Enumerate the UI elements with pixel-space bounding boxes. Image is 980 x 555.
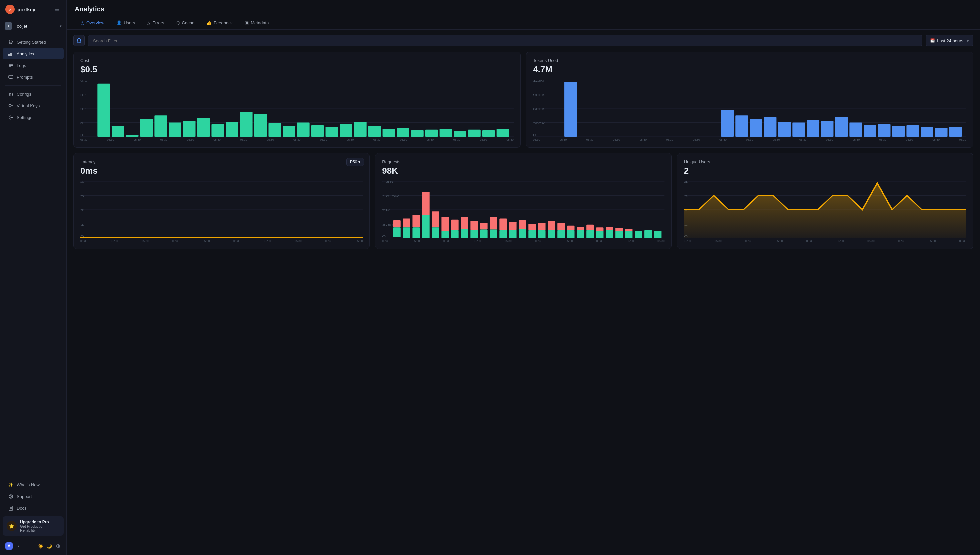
metadata-icon: ▣ bbox=[245, 20, 249, 25]
dark-theme-button[interactable]: 🌙 bbox=[46, 542, 53, 550]
charts-row-2: P50 ▾ Latency 0ms 4 3 2 1 bbox=[74, 153, 973, 249]
svg-text:0: 0 bbox=[80, 121, 83, 125]
svg-rect-49 bbox=[283, 126, 295, 137]
sidebar-toggle-button[interactable] bbox=[53, 5, 61, 13]
tokens-chart-card: Tokens Used 4.7M 1.2M 900K 600K 300K 0 bbox=[526, 52, 973, 148]
tab-errors[interactable]: △ Errors bbox=[141, 17, 170, 29]
latency-value: 0ms bbox=[80, 166, 363, 176]
sidebar-item-label: What's New bbox=[17, 482, 40, 487]
svg-rect-56 bbox=[383, 129, 395, 137]
charts-row-1: Cost $0.5 0.1 0.1 0.1 0 bbox=[74, 52, 973, 148]
svg-rect-54 bbox=[354, 122, 367, 137]
svg-marker-176 bbox=[684, 183, 966, 238]
refresh-button[interactable] bbox=[74, 35, 85, 47]
main-content: Analytics ◎ Overview 👤 Users △ Errors ⬡ … bbox=[67, 0, 980, 555]
svg-rect-114 bbox=[393, 228, 401, 237]
list-icon bbox=[8, 63, 13, 68]
sidebar-item-logs[interactable]: Logs bbox=[3, 60, 64, 71]
tab-overview[interactable]: ◎ Overview bbox=[75, 17, 110, 29]
requests-label: Requests bbox=[382, 159, 664, 164]
svg-rect-42 bbox=[183, 121, 196, 137]
svg-text:p: p bbox=[9, 8, 11, 11]
svg-rect-161 bbox=[625, 229, 632, 231]
svg-text:4: 4 bbox=[684, 181, 687, 184]
sidebar-item-getting-started[interactable]: Getting Started bbox=[3, 36, 64, 48]
sidebar-logo: p portkey bbox=[0, 0, 66, 19]
upgrade-title: Upgrade to Pro bbox=[20, 520, 60, 525]
svg-text:2: 2 bbox=[80, 209, 84, 212]
svg-rect-61 bbox=[454, 131, 466, 137]
sidebar-item-analytics[interactable]: Analytics bbox=[3, 48, 64, 59]
svg-rect-11 bbox=[9, 75, 13, 79]
svg-rect-52 bbox=[326, 127, 338, 137]
svg-rect-38 bbox=[126, 135, 139, 137]
chevron-down-icon: ▾ bbox=[60, 24, 62, 28]
workspace-selector[interactable]: T Tooljet ▾ bbox=[0, 19, 66, 34]
search-input[interactable] bbox=[88, 35, 922, 47]
svg-text:4: 4 bbox=[80, 181, 84, 184]
svg-rect-46 bbox=[240, 112, 253, 137]
svg-rect-124 bbox=[442, 231, 449, 238]
tokens-bar-chart: 1.2M 900K 600K 300K 0 bbox=[533, 80, 966, 137]
sidebar-item-label: Docs bbox=[17, 505, 27, 511]
svg-rect-163 bbox=[635, 231, 642, 238]
chevron-down-icon: ▾ bbox=[358, 160, 360, 164]
svg-rect-144 bbox=[538, 231, 546, 238]
sidebar-item-configs[interactable]: Configs bbox=[3, 88, 64, 100]
svg-text:10.5K: 10.5K bbox=[382, 194, 400, 198]
svg-text:1.2M: 1.2M bbox=[533, 80, 544, 83]
sidebar-item-whats-new[interactable]: ✨ What's New bbox=[3, 479, 64, 490]
tab-users[interactable]: 👤 Users bbox=[110, 17, 141, 29]
tab-feedback[interactable]: 👍 Feedback bbox=[200, 17, 239, 29]
upgrade-icon: ⭐ bbox=[7, 521, 17, 531]
logo-text: portkey bbox=[18, 7, 35, 12]
unique-users-chart-card: Unique Users 2 bbox=[677, 153, 973, 249]
sidebar-item-settings[interactable]: Settings bbox=[3, 112, 64, 123]
svg-text:0.1: 0.1 bbox=[80, 93, 87, 97]
svg-rect-131 bbox=[480, 223, 488, 229]
content-area: 📅 Last 24 hours ▾ Cost $0.5 bbox=[67, 30, 980, 555]
avatar: A bbox=[5, 542, 13, 550]
tab-cache[interactable]: ⬡ Cache bbox=[170, 17, 201, 29]
sidebar-item-docs[interactable]: Docs bbox=[3, 502, 64, 514]
svg-rect-125 bbox=[451, 220, 459, 231]
svg-rect-118 bbox=[412, 228, 420, 238]
svg-rect-82 bbox=[807, 120, 819, 137]
sidebar-item-label: Virtual Keys bbox=[17, 103, 40, 108]
tab-metadata[interactable]: ▣ Metadata bbox=[239, 17, 275, 29]
chart-icon bbox=[8, 51, 13, 56]
svg-rect-135 bbox=[500, 219, 507, 231]
svg-rect-40 bbox=[154, 115, 167, 137]
light-theme-button[interactable]: ☀️ bbox=[37, 542, 44, 550]
sidebar-item-prompts[interactable]: Prompts bbox=[3, 71, 64, 83]
sidebar-item-label: Support bbox=[17, 494, 32, 499]
svg-text:1: 1 bbox=[80, 223, 84, 226]
upgrade-card[interactable]: ⭐ Upgrade to Pro Get Production Reliabil… bbox=[3, 516, 64, 536]
system-theme-button[interactable] bbox=[54, 542, 62, 550]
svg-rect-162 bbox=[625, 231, 632, 238]
svg-rect-60 bbox=[440, 129, 452, 137]
svg-rect-132 bbox=[480, 230, 488, 239]
sidebar-item-virtual-keys[interactable]: Virtual Keys bbox=[3, 100, 64, 111]
svg-text:3: 3 bbox=[684, 194, 687, 198]
svg-rect-37 bbox=[112, 126, 124, 137]
sidebar-item-support[interactable]: Support bbox=[3, 491, 64, 502]
svg-rect-80 bbox=[779, 122, 791, 137]
logo-icon: p bbox=[5, 5, 15, 14]
svg-rect-48 bbox=[269, 124, 281, 137]
theme-controls: ☀️ 🌙 bbox=[37, 542, 62, 550]
requests-bar-chart: 14K 10.5K 7K 3.5K 0 bbox=[382, 181, 664, 238]
requests-chart: 14K 10.5K 7K 3.5K 0 bbox=[382, 181, 664, 238]
svg-rect-130 bbox=[471, 230, 478, 238]
svg-text:900K: 900K bbox=[533, 93, 545, 97]
svg-rect-62 bbox=[468, 130, 481, 137]
svg-rect-113 bbox=[393, 220, 401, 228]
filter-bar: 📅 Last 24 hours ▾ bbox=[74, 35, 973, 47]
latency-dropdown[interactable]: P50 ▾ bbox=[346, 158, 364, 166]
time-range-selector[interactable]: 📅 Last 24 hours ▾ bbox=[926, 35, 973, 47]
cost-x-labels: 05:30 05:30 05:30 05:30 05:30 05:30 05:3… bbox=[80, 137, 514, 141]
users-icon: 👤 bbox=[116, 20, 122, 25]
expand-icon[interactable]: ▲ bbox=[17, 544, 20, 548]
chevron-down-icon: ▾ bbox=[967, 38, 969, 43]
svg-text:3: 3 bbox=[80, 194, 84, 198]
